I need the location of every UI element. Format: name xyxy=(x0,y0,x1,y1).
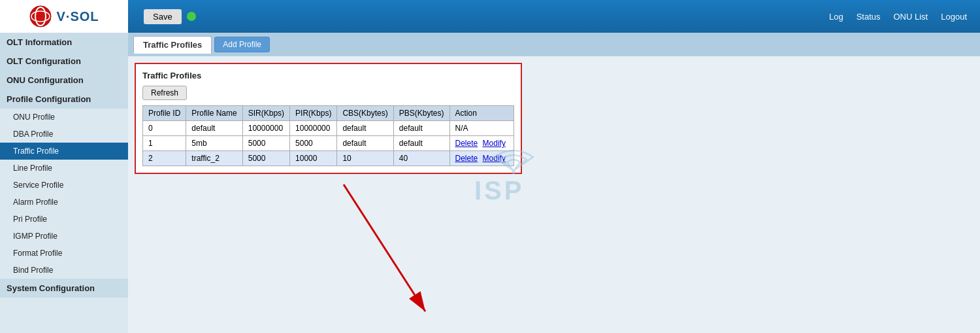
logo: V·SOL xyxy=(29,5,99,28)
isp-text: ISP xyxy=(474,176,553,205)
sidebar-item-onu-configuration[interactable]: ONU Configuration xyxy=(0,71,128,90)
table-row: 2 traffic_2 5000 10000 10 40 Delete Modi… xyxy=(143,151,514,166)
nav-log[interactable]: Log xyxy=(829,12,843,22)
cell-id-1: 1 xyxy=(143,136,186,151)
modify-link-2[interactable]: Modify xyxy=(483,154,506,163)
sidebar-item-service-profile[interactable]: Service Profile xyxy=(0,177,128,194)
traffic-profiles-title: Traffic Profiles xyxy=(142,71,514,80)
main-content: Traffic Profiles Add Profile Traffic Pro… xyxy=(128,33,980,333)
cell-pir-2: 10000 xyxy=(290,151,337,166)
cell-id-2: 2 xyxy=(143,151,186,166)
cell-sir-1: 5000 xyxy=(242,136,289,151)
traffic-profiles-box: Traffic Profiles Refresh Profile ID Prof… xyxy=(135,63,522,174)
sidebar-item-system-configuration[interactable]: System Configuration xyxy=(0,279,128,298)
tab-traffic-profiles[interactable]: Traffic Profiles xyxy=(133,36,212,54)
col-sir: SIR(Kbps) xyxy=(242,106,289,121)
col-pbs: PBS(Kbytes) xyxy=(393,106,449,121)
layout: OLT Information OLT Configuration ONU Co… xyxy=(0,33,980,333)
logo-icon xyxy=(29,5,52,28)
sidebar-item-pri-profile[interactable]: Pri Profile xyxy=(0,211,128,228)
cell-name-0: default xyxy=(186,121,242,136)
cell-pbs-0: default xyxy=(393,121,449,136)
table-row: 0 default 10000000 10000000 default defa… xyxy=(143,121,514,136)
save-area: Save xyxy=(144,9,196,24)
cell-cbs-1: default xyxy=(337,136,393,151)
sidebar-item-dba-profile[interactable]: DBA Profile xyxy=(0,126,128,143)
tab-bar: Traffic Profiles Add Profile xyxy=(128,33,980,56)
cell-sir-2: 5000 xyxy=(242,151,289,166)
cell-pir-0: 10000000 xyxy=(290,121,337,136)
status-indicator xyxy=(187,12,196,21)
cell-sir-0: 10000000 xyxy=(242,121,289,136)
logo-area: V·SOL xyxy=(0,0,128,33)
cell-action-0: N/A xyxy=(449,121,514,136)
profiles-table: Profile ID Profile Name SIR(Kbps) PIR(Kb… xyxy=(142,105,514,166)
delete-link-2[interactable]: Delete xyxy=(455,154,478,163)
table-header-row: Profile ID Profile Name SIR(Kbps) PIR(Kb… xyxy=(143,106,514,121)
refresh-button[interactable]: Refresh xyxy=(142,86,187,100)
sidebar-item-line-profile[interactable]: Line Profile xyxy=(0,160,128,177)
col-profile-id: Profile ID xyxy=(143,106,186,121)
cell-action-1: Delete Modify xyxy=(449,136,514,151)
cell-cbs-2: 10 xyxy=(337,151,393,166)
nav-status[interactable]: Status xyxy=(857,12,881,22)
content-area: Traffic Profiles Refresh Profile ID Prof… xyxy=(128,56,980,181)
save-button[interactable]: Save xyxy=(144,9,182,24)
cell-name-1: 5mb xyxy=(186,136,242,151)
sidebar-item-onu-profile[interactable]: ONU Profile xyxy=(0,109,128,126)
sidebar-item-bind-profile[interactable]: Bind Profile xyxy=(0,262,128,279)
cell-name-2: traffic_2 xyxy=(186,151,242,166)
cell-pbs-2: 40 xyxy=(393,151,449,166)
cell-cbs-0: default xyxy=(337,121,393,136)
cell-pbs-1: default xyxy=(393,136,449,151)
sidebar: OLT Information OLT Configuration ONU Co… xyxy=(0,33,128,333)
delete-link-1[interactable]: Delete xyxy=(455,139,478,148)
sidebar-item-format-profile[interactable]: Format Profile xyxy=(0,245,128,262)
col-pir: PIR(Kbps) xyxy=(290,106,337,121)
cell-id-0: 0 xyxy=(143,121,186,136)
sidebar-item-olt-configuration[interactable]: OLT Configuration xyxy=(0,52,128,71)
modify-link-1[interactable]: Modify xyxy=(483,139,506,148)
sidebar-item-traffic-profile[interactable]: Traffic Profile xyxy=(0,143,128,160)
nav-logout[interactable]: Logout xyxy=(941,12,967,22)
tab-add-profile[interactable]: Add Profile xyxy=(214,37,270,52)
sidebar-item-alarm-profile[interactable]: Alarm Profile xyxy=(0,194,128,211)
col-profile-name: Profile Name xyxy=(186,106,242,121)
cell-action-2: Delete Modify xyxy=(449,151,514,166)
cell-pir-1: 5000 xyxy=(290,136,337,151)
nav-onu-list[interactable]: ONU List xyxy=(894,12,928,22)
header: Save Log Status ONU List Logout xyxy=(0,0,980,33)
logo-text: V·SOL xyxy=(56,9,99,24)
sidebar-item-profile-configuration[interactable]: Profile Configuration xyxy=(0,90,128,109)
sidebar-item-olt-information[interactable]: OLT Information xyxy=(0,33,128,52)
col-cbs: CBS(Kbytes) xyxy=(337,106,393,121)
col-action: Action xyxy=(449,106,514,121)
svg-point-0 xyxy=(30,6,51,27)
sidebar-item-igmp-profile[interactable]: IGMP Profile xyxy=(0,228,128,245)
svg-line-4 xyxy=(344,184,425,311)
table-row: 1 5mb 5000 5000 default default Delete M… xyxy=(143,136,514,151)
